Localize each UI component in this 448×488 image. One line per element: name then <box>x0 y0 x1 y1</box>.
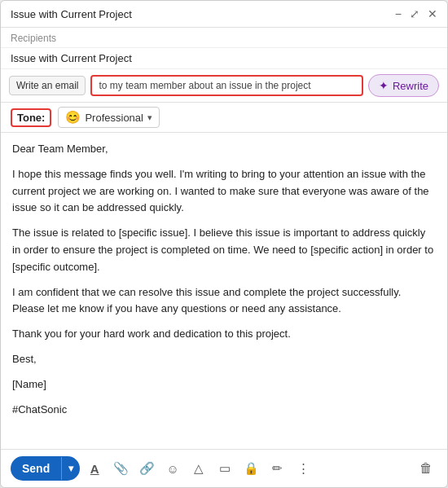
window-title: Issue with Current Project <box>11 8 132 20</box>
drive-icon[interactable]: △ <box>187 457 210 480</box>
tone-label: Tone: <box>11 108 51 127</box>
subject-text: Issue with Current Project <box>11 52 132 64</box>
email-line2: I hope this message finds you well. I'm … <box>12 166 436 217</box>
email-line8: #ChatSonic <box>12 402 436 419</box>
send-label: Send <box>11 456 61 481</box>
lock-icon[interactable]: 🔒 <box>239 457 262 480</box>
rewrite-button[interactable]: ✦ Rewrite <box>368 74 439 97</box>
email-body: Dear Team Member, I hope this message fi… <box>1 133 447 449</box>
toolbar: Send ▾ A 📎 🔗 ☺ △ ▭ 🔒 ✏ ⋮ � <box>1 449 447 487</box>
subject-row: Issue with Current Project <box>1 48 447 69</box>
email-line5: Thank you for your hard work and dedicat… <box>12 326 436 343</box>
tone-select[interactable]: 😊 Professional ▾ <box>58 107 160 128</box>
tone-arrow: ▾ <box>147 112 152 123</box>
email-line1: Dear Team Member, <box>12 141 436 158</box>
title-bar: Issue with Current Project − ⤢ ✕ <box>1 1 447 28</box>
tone-emoji: 😊 <box>65 110 81 125</box>
recipients-row: Recipients <box>1 28 447 48</box>
email-window: Issue with Current Project − ⤢ ✕ Recipie… <box>0 0 448 488</box>
minimize-icon[interactable]: − <box>395 7 402 20</box>
more-options-icon[interactable]: ⋮ <box>292 457 314 480</box>
email-line3: The issue is related to [specific issue]… <box>12 225 436 275</box>
image-icon[interactable]: ▭ <box>213 457 236 480</box>
rewrite-label: Rewrite <box>393 80 428 92</box>
signature-icon[interactable]: ✏ <box>266 457 288 480</box>
write-input[interactable] <box>90 75 362 96</box>
tone-row: Tone: 😊 Professional ▾ <box>1 103 447 133</box>
format-text-icon[interactable]: A <box>83 457 106 480</box>
send-button[interactable]: Send ▾ <box>11 456 80 481</box>
email-line4: I am confident that we can resolve this … <box>12 284 436 319</box>
link-icon[interactable]: 🔗 <box>135 457 158 480</box>
recipients-label: Recipients <box>11 33 56 44</box>
magic-icon: ✦ <box>379 79 389 92</box>
email-line6: Best, <box>12 351 436 368</box>
expand-icon[interactable]: ⤢ <box>410 7 419 20</box>
tone-value: Professional <box>85 112 143 124</box>
emoji-icon[interactable]: ☺ <box>161 457 184 480</box>
email-line7: [Name] <box>12 376 436 393</box>
close-icon[interactable]: ✕ <box>428 7 437 20</box>
attach-icon[interactable]: 📎 <box>109 457 132 480</box>
write-row: Write an email ✦ Rewrite <box>1 69 447 103</box>
write-label: Write an email <box>9 76 86 95</box>
send-dropdown-icon[interactable]: ▾ <box>61 457 80 480</box>
trash-icon[interactable]: 🗑 <box>415 457 437 480</box>
window-controls: − ⤢ ✕ <box>395 7 437 20</box>
